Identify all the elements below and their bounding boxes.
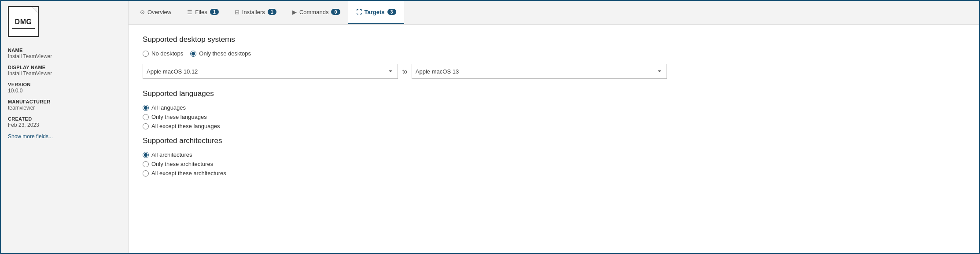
desktop-radio-group: No desktops Only these desktops xyxy=(143,50,965,57)
languages-section-title: Supported languages xyxy=(143,89,965,98)
app-icon-line xyxy=(12,28,35,29)
app-icon-text: DMG xyxy=(15,18,32,26)
commands-icon: ▶ xyxy=(292,9,297,15)
field-displayname-label: DISPLAY NAME xyxy=(8,65,121,70)
only-arch-label: Only these architectures xyxy=(151,161,213,167)
content-area: Supported desktop systems No desktops On… xyxy=(129,25,979,253)
all-arch-option[interactable]: All architectures xyxy=(143,151,965,158)
targets-badge: 3 xyxy=(387,9,396,15)
desktop-section-title: Supported desktop systems xyxy=(143,35,965,44)
architectures-radio-group: All architectures Only these architectur… xyxy=(143,151,965,177)
only-desktops-radio[interactable] xyxy=(190,51,196,57)
field-version-label: VERSION xyxy=(8,82,121,87)
only-languages-option[interactable]: Only these languages xyxy=(143,114,965,120)
all-arch-label: All architectures xyxy=(151,151,192,158)
all-languages-radio[interactable] xyxy=(143,105,149,111)
commands-badge: 0 xyxy=(331,9,340,15)
languages-section: Supported languages All languages Only t… xyxy=(143,89,965,129)
files-badge: 1 xyxy=(210,9,219,15)
field-manufacturer-label: MANUFACTURER xyxy=(8,99,121,104)
only-arch-radio[interactable] xyxy=(143,161,149,167)
all-arch-radio[interactable] xyxy=(143,152,149,158)
range-from-select[interactable]: Apple macOS 10.12 xyxy=(143,64,398,79)
tab-installers[interactable]: ⊞ Installers 1 xyxy=(227,1,284,24)
only-desktops-label: Only these desktops xyxy=(199,50,251,57)
field-name-label: NAME xyxy=(8,48,121,53)
desktop-section: Supported desktop systems No desktops On… xyxy=(143,35,965,79)
languages-radio-group: All languages Only these languages All e… xyxy=(143,104,965,129)
tab-targets[interactable]: ⛶ Targets 3 xyxy=(348,1,404,24)
field-manufacturer-value: teamviewer xyxy=(8,105,121,111)
field-version-value: 10.0.0 xyxy=(8,88,121,94)
all-languages-label: All languages xyxy=(151,104,186,111)
except-languages-label: All except these languages xyxy=(151,123,220,129)
architectures-section: Supported architectures All architecture… xyxy=(143,136,965,177)
except-languages-option[interactable]: All except these languages xyxy=(143,123,965,129)
only-languages-label: Only these languages xyxy=(151,114,207,120)
files-icon: ☰ xyxy=(187,9,192,15)
tab-files[interactable]: ☰ Files 1 xyxy=(179,1,227,24)
field-created-label: CREATED xyxy=(8,116,121,121)
all-languages-option[interactable]: All languages xyxy=(143,104,965,111)
only-languages-radio[interactable] xyxy=(143,114,149,120)
field-name-value: Install TeamViewer xyxy=(8,53,121,59)
targets-icon: ⛶ xyxy=(356,9,362,15)
except-arch-radio[interactable] xyxy=(143,170,149,177)
architectures-section-title: Supported architectures xyxy=(143,136,965,145)
show-more-fields-link[interactable]: Show more fields... xyxy=(8,133,121,140)
tab-commands-label: Commands xyxy=(299,9,328,15)
range-to-label: to xyxy=(402,68,407,75)
main-panel: ⊙ Overview ☰ Files 1 ⊞ Installers 1 ▶ Co… xyxy=(129,1,979,253)
sidebar: DMG NAME Install TeamViewer DISPLAY NAME… xyxy=(1,1,129,253)
except-arch-option[interactable]: All except these architectures xyxy=(143,170,965,177)
field-created-value: Feb 23, 2023 xyxy=(8,122,121,128)
except-arch-label: All except these architectures xyxy=(151,170,226,177)
tab-overview[interactable]: ⊙ Overview xyxy=(132,1,179,24)
tab-commands[interactable]: ▶ Commands 0 xyxy=(284,1,348,24)
only-arch-option[interactable]: Only these architectures xyxy=(143,161,965,167)
tab-overview-label: Overview xyxy=(147,9,171,15)
except-languages-radio[interactable] xyxy=(143,123,149,129)
range-to-select[interactable]: Apple macOS 13 xyxy=(412,64,667,79)
tab-installers-label: Installers xyxy=(242,9,265,15)
tab-files-label: Files xyxy=(195,9,207,15)
tab-targets-label: Targets xyxy=(365,9,385,15)
installers-badge: 1 xyxy=(268,9,276,15)
desktop-range-row: Apple macOS 10.12 to Apple macOS 13 xyxy=(143,64,965,79)
no-desktops-option[interactable]: No desktops xyxy=(143,50,183,57)
installers-icon: ⊞ xyxy=(235,9,239,15)
field-displayname-value: Install TeamViewer xyxy=(8,70,121,77)
no-desktops-radio[interactable] xyxy=(143,51,149,57)
app-icon: DMG xyxy=(8,6,39,37)
no-desktops-label: No desktops xyxy=(151,50,183,57)
only-desktops-option[interactable]: Only these desktops xyxy=(190,50,251,57)
overview-icon: ⊙ xyxy=(140,9,145,15)
tab-bar: ⊙ Overview ☰ Files 1 ⊞ Installers 1 ▶ Co… xyxy=(129,1,979,25)
